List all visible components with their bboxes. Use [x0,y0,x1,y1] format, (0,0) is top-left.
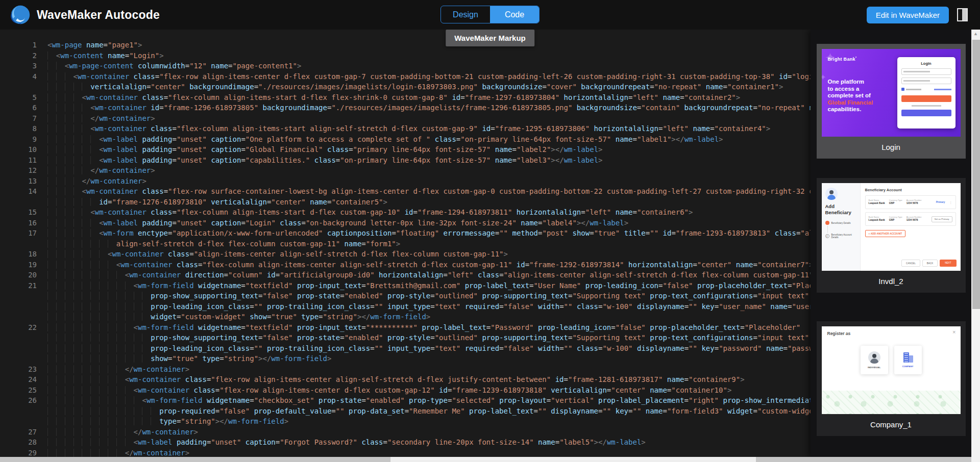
code-row: 8 <wm-container class="flex-column align… [0,123,811,134]
line-number: 29 [0,448,37,457]
line-number [0,343,37,354]
tab-design[interactable]: Design [441,6,490,23]
option-company: COMPANY [894,346,922,374]
line-number: 7 [0,113,37,124]
finance-pattern [822,391,961,414]
line-number: 28 [0,437,37,448]
line-number [0,406,37,417]
thumb-input-password [901,78,951,84]
line-number: 5 [0,92,37,103]
code-rows: 1<wm-page name="page1">2 <wm-content nam… [0,40,811,457]
building-icon [902,352,914,363]
code-row: id="frame-1276-618973810" verticalalign=… [0,197,811,208]
code-row: 22 <wm-form-field widgetname="textfield"… [0,322,811,333]
code-row: 21 <wm-form-field widgetname="textfield"… [0,280,811,291]
line-number [0,82,37,92]
line-number: 24 [0,374,37,385]
page-label: Invdl_2 [822,277,961,288]
panel-toggle-icon[interactable] [957,8,968,21]
code-row: 6 <wm-container id="frame-1296-618973805… [0,102,811,113]
line-number: 11 [0,155,37,166]
star-decoration: ✦ [822,72,826,82]
line-number [0,291,37,301]
code-row: prop-required="false" prop-default_value… [0,406,811,417]
code-row: 28 <wm-label padding="unset" caption="Fo… [0,437,811,448]
scroll-up-icon[interactable]: ▲ [971,30,980,38]
brand: WaveMaker Autocode [10,5,160,25]
line-number: 6 [0,102,37,113]
vertical-scrollbar[interactable]: ▲ [971,30,980,462]
line-number: 21 [0,280,37,291]
thumb-checkbox [901,88,904,91]
thumb-headline: One platform to access a complete set of… [828,79,873,113]
code-row: 14 <wm-container class="flex-row surface… [0,186,811,197]
line-number [0,332,37,343]
pages-sidebar: ✦ ✦ Bright Bank* One platform to access … [811,30,971,457]
code-row: 10 <wm-label padding="unset" caption="Gl… [0,144,811,155]
line-number: 2 [0,50,37,61]
thumb-register-button [901,110,951,116]
avatar-icon [825,188,838,200]
line-number: 13 [0,176,37,187]
markup-tooltip: WaveMaker Markup [446,30,534,46]
code-row: 18 <wm-container class="align-items-cent… [0,249,811,260]
vertical-scrollbar-thumb[interactable] [972,40,980,309]
edit-in-wavemaker-button[interactable]: Edit in WaveMaker [867,7,949,23]
step-number-icon: 2 [825,234,829,238]
thumb-login-button [901,95,951,102]
line-number [0,353,37,364]
line-number: 15 [0,207,37,218]
code-row: 19 <wm-container class="flex-column alig… [0,260,811,270]
line-number: 16 [0,218,37,228]
code-row: 12 </wm-container> [0,165,811,176]
option-individual: INDIVIDUAL [861,346,888,374]
code-row: 3 <wm-page-content columnwidth="12" name… [0,61,811,71]
code-row: 17 <wm-form enctype="application/x-www-f… [0,228,811,239]
thumb-login-form: Login [897,57,955,129]
app-title: WaveMaker Autocode [37,8,160,22]
code-editor[interactable]: 1<wm-page name="page1">2 <wm-content nam… [0,30,811,457]
close-icon: × [952,329,955,335]
code-row: 15 <wm-container class="flex-column alig… [0,207,811,218]
page-label: Company_1 [822,420,961,431]
code-row: 2 <wm-content name="Login"> [0,50,811,61]
line-number: 12 [0,165,37,176]
line-number: 23 [0,364,37,375]
tab-code[interactable]: Code [490,6,539,23]
code-row: 5 <wm-container class="flex-column align… [0,92,811,103]
code-row: show="true" type="string"></wm-form-fiel… [0,353,811,364]
line-number: 10 [0,144,37,155]
line-number: 25 [0,385,37,396]
company1-thumbnail: Register as × INDIVIDUAL COMPANY [822,326,961,414]
page-label: Login [822,143,961,153]
code-row: 20 <wm-container direction="column" id="… [0,270,811,280]
code-row: align-self-stretch d-flex flex-column cu… [0,239,811,249]
beneficiary-row: Bank NameLeapask Bank Currency TypeGBP A… [865,195,956,209]
code-row: widget="custom-widget" show="true" type=… [0,312,811,322]
page-card-invdl2[interactable]: Add Beneficiary Beneficiary Details 2Ben… [817,178,966,293]
code-row: 23 </wm-container> [0,364,811,375]
line-number: 19 [0,260,37,270]
code-row: 13 </wm-container> [0,176,811,187]
invdl2-thumbnail: Add Beneficiary Beneficiary Details 2Ben… [822,183,961,271]
line-number [0,301,37,312]
wavemaker-logo-icon [10,5,31,25]
horizontal-scrollbar[interactable] [0,457,971,462]
line-number: 20 [0,270,37,280]
line-number: 18 [0,249,37,260]
page-card-company1[interactable]: Register as × INDIVIDUAL COMPANY Company… [817,321,966,436]
code-row: verticalalign="center" backgroundimage="… [0,82,811,92]
thumb-brand: Bright Bank* [828,56,857,62]
code-row: 1<wm-page name="page1"> [0,40,811,50]
code-row: type="string"></wm-form-field> [0,416,811,427]
code-row: prop-leading_icon_class="" prop-trailing… [0,343,811,354]
thumb-input-username [901,68,951,75]
line-number [0,197,37,208]
line-number: 14 [0,186,37,197]
code-row: 11 <wm-label padding="unset" caption="ca… [0,155,811,166]
login-thumbnail: ✦ ✦ Bright Bank* One platform to access … [822,49,961,137]
page-card-login[interactable]: ✦ ✦ Bright Bank* One platform to access … [817,44,966,159]
line-number [0,239,37,249]
horizontal-scrollbar-thumb[interactable] [390,457,756,462]
top-bar: WaveMaker Autocode Design Code Edit in W… [0,0,980,30]
